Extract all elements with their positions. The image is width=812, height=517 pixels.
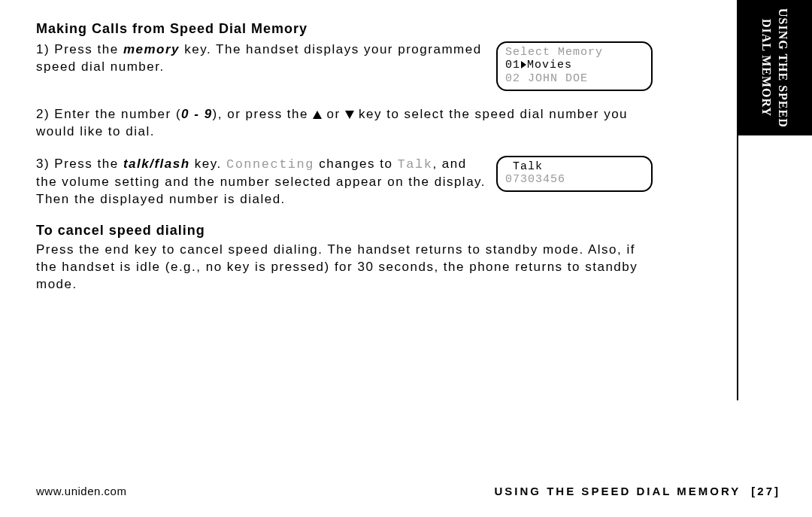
side-tab-line1: USING THE SPEED (777, 8, 789, 128)
lcd2-line2: 07303456 (505, 173, 565, 186)
section-heading: Making Calls from Speed Dial Memory (36, 21, 653, 37)
step3-connecting: Connecting (226, 157, 314, 172)
cancel-a: Press the (36, 242, 105, 257)
step2-b: ), or press the (213, 107, 314, 121)
step2-a: 2) Enter the number ( (36, 107, 181, 121)
content-area: Making Calls from Speed Dial Memory 1) P… (36, 21, 653, 293)
footer-page-num: [27] (751, 485, 780, 497)
lcd1-line2a: 01 (505, 59, 520, 71)
step2-c: or (322, 107, 345, 121)
side-tab: USING THE SPEED DIAL MEMORY (737, 0, 812, 400)
step3-talk: Talk (398, 157, 433, 172)
cancel-paragraph: Press the end key to cancel speed dialin… (36, 242, 653, 293)
page-footer: www.uniden.com USING THE SPEED DIAL MEMO… (36, 485, 780, 497)
footer-section-name: USING THE SPEED DIAL MEMORY (495, 485, 741, 497)
footer-url: www.uniden.com (36, 485, 126, 497)
side-tab-black: USING THE SPEED DIAL MEMORY (737, 0, 812, 135)
down-arrow-icon (345, 111, 354, 119)
lcd1-line2b: Movies (527, 59, 572, 71)
step1-prefix: 1) Press the (36, 42, 123, 56)
lcd-display-1: Select Memory 01Movies 02 JOHN DOE (496, 41, 653, 91)
step-1-row: 1) Press the memory key. The handset dis… (36, 41, 653, 91)
lcd-display-2: Talk 07303456 (496, 156, 653, 193)
lcd1-line3: 02 JOHN DOE (505, 72, 588, 85)
step-2-text: 2) Enter the number (0 - 9), or press th… (36, 106, 653, 141)
up-arrow-icon (313, 111, 322, 119)
side-tab-line2: DIAL MEMORY (760, 19, 773, 117)
step-3-row: 3) Press the talk/flash key. Connecting … (36, 156, 653, 208)
footer-section: USING THE SPEED DIAL MEMORY [27] (495, 485, 780, 497)
step3-c: changes to (314, 157, 398, 171)
step-1-text: 1) Press the memory key. The handset dis… (36, 41, 496, 76)
cancel-heading: To cancel speed dialing (36, 223, 653, 239)
step1-key: memory (123, 42, 180, 56)
cursor-icon (521, 61, 526, 68)
lcd1-line1: Select Memory (505, 46, 603, 59)
step-2-row: 2) Enter the number (0 - 9), or press th… (36, 106, 653, 141)
step-3-text: 3) Press the talk/flash key. Connecting … (36, 156, 496, 208)
step2-range: 0 - 9 (181, 107, 213, 121)
lcd2-line1: Talk (505, 160, 543, 173)
cancel-key: end (105, 242, 130, 257)
manual-page: USING THE SPEED DIAL MEMORY Making Calls… (0, 0, 812, 517)
step3-key: talk/flash (123, 157, 190, 171)
step3-a: 3) Press the (36, 157, 123, 171)
side-tab-label: USING THE SPEED DIAL MEMORY (758, 8, 792, 128)
step3-b: key. (190, 157, 226, 171)
